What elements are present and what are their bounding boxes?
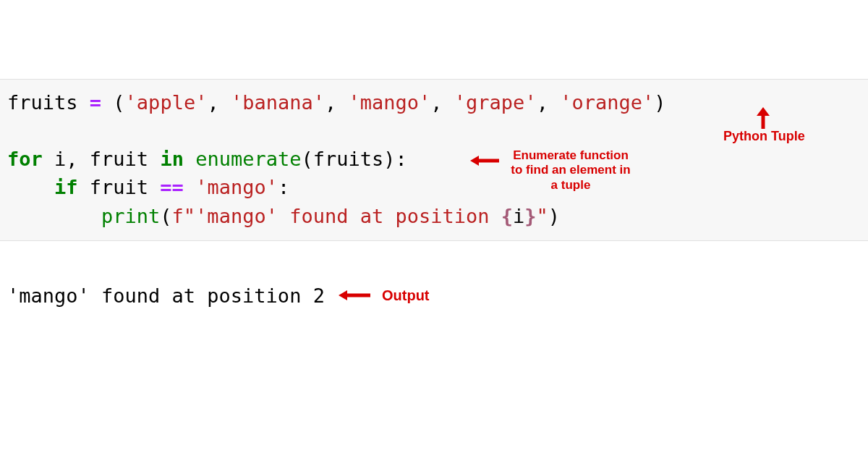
str-apple: 'apple' [125, 91, 208, 114]
indent [7, 176, 54, 198]
arg-fruits: fruits [313, 148, 384, 170]
indent [7, 205, 101, 227]
comma: , [430, 91, 442, 114]
str-banana: 'banana' [231, 91, 325, 114]
paren-open: ( [113, 91, 124, 114]
str-mango: 'mango' [349, 91, 431, 114]
interp-var: i [513, 205, 524, 227]
annotation-enum-line1: Enumerate function [502, 148, 639, 163]
arrow-up-icon [752, 107, 774, 130]
paren-close: ) [383, 148, 395, 170]
fstring-open: "'mango' found at position [184, 205, 501, 227]
code-line-5: print(f"'mango' found at position {i}") [7, 205, 560, 227]
fstring-close: " [537, 205, 548, 227]
comma: , [325, 91, 336, 114]
svg-marker-3 [470, 156, 479, 166]
var-fruit: fruit [90, 176, 148, 198]
kw-in: in [160, 148, 184, 170]
paren-open: ( [160, 205, 171, 227]
builtin-enumerate: enumerate [195, 148, 301, 170]
output-text: 'mango' found at position 2 [7, 284, 325, 307]
str-grape: 'grape' [454, 91, 537, 114]
str-mango-cmp: 'mango' [195, 176, 278, 198]
op-eq: == [160, 176, 184, 198]
var-i: i [54, 148, 66, 170]
annotation-enum-line2: to find an element in [502, 163, 639, 177]
var-fruit: fruit [90, 148, 148, 170]
annotation-tuple: Python Tuple [723, 129, 805, 145]
code-line-1: fruits = ('apple', 'banana', 'mango', 'g… [7, 91, 665, 114]
colon: : [396, 148, 407, 170]
svg-marker-1 [757, 107, 770, 116]
comma: , [207, 91, 218, 114]
paren-close: ) [654, 91, 665, 114]
paren-open: ( [301, 148, 312, 170]
code-line-3: for i, fruit in enumerate(fruits): [7, 148, 407, 170]
arrow-left-icon [470, 153, 501, 168]
colon: : [278, 176, 289, 198]
annotation-enum-line3: a tuple [502, 178, 639, 193]
kw-for: for [7, 148, 43, 170]
arrow-left-icon [339, 288, 372, 303]
interp-close: } [524, 205, 536, 227]
kw-if: if [54, 176, 78, 198]
var-fruits: fruits [7, 91, 78, 114]
builtin-print: print [101, 205, 160, 227]
comma: , [537, 91, 548, 114]
interp-open: { [501, 205, 513, 227]
annotation-enumerate: Enumerate function to find an element in… [502, 148, 639, 193]
annotation-output: Output [382, 287, 430, 304]
paren-close: ) [548, 205, 560, 227]
str-orange: 'orange' [560, 91, 654, 114]
code-block: fruits = ('apple', 'banana', 'mango', 'g… [0, 79, 868, 241]
comma: , [66, 148, 77, 170]
svg-marker-5 [339, 290, 347, 300]
op-assign: = [90, 91, 101, 114]
code-line-4: if fruit == 'mango': [7, 176, 289, 198]
fstring-prefix: f [172, 205, 184, 227]
